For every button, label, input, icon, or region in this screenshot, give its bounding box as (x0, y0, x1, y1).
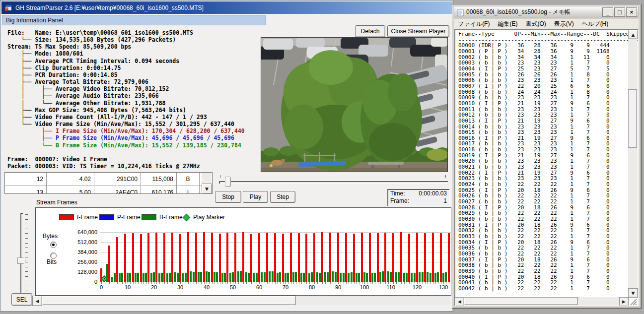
hscrollbar-thumb[interactable] (464, 297, 578, 305)
maximize-button[interactable]: □ (614, 7, 625, 17)
b-frame-bar (245, 272, 247, 282)
b-frame-bar (437, 272, 439, 282)
table-row[interactable]: 135.002AE4C0610,176I (5, 186, 202, 194)
b-frame-bar (127, 273, 129, 282)
app-icon (4, 4, 12, 12)
b-frame-bar (174, 272, 176, 282)
play-button[interactable]: Play (243, 191, 268, 203)
x-minor-tick (417, 282, 418, 284)
resize-grip[interactable] (630, 298, 638, 306)
table-cell: 12 (5, 173, 47, 186)
x-minor-tick (443, 282, 444, 284)
zoom-slider-thumb[interactable] (17, 257, 26, 264)
b-frame-bar (363, 272, 365, 282)
log-header-line: Frame--Type QP---Min---Max--Range---DC S… (458, 31, 639, 37)
notepad-hscrollbar[interactable]: ◀ ▶ (455, 297, 628, 306)
scroll-right-button[interactable]: ▶ (619, 297, 629, 306)
frame-table-scrollbar[interactable]: ▼ (202, 173, 212, 193)
scroll-down-button[interactable]: ▼ (202, 184, 212, 194)
b-frame-bar (129, 273, 131, 282)
menu-item[interactable]: 表示(V) (550, 20, 578, 28)
b-frame-bar (177, 273, 179, 282)
i-frame-bar (424, 233, 426, 282)
chart-scrollbar-thumb[interactable] (42, 296, 296, 305)
x-minor-tick (338, 282, 339, 284)
b-frame-bar (237, 271, 239, 282)
zoom-slider-tick (25, 238, 28, 239)
notepad-content[interactable]: Frame--Type QP---Min---Max--Range---DC S… (454, 29, 639, 306)
seek-slider-track[interactable] (219, 181, 448, 184)
chart-plot-area[interactable]: 0128,000256,000384,000512,000640,0000102… (36, 208, 451, 295)
b-frame-bar (403, 273, 405, 282)
b-frame-bar (253, 273, 255, 282)
y-axis-label: 0 (66, 279, 97, 285)
menu-item[interactable]: 編集(E) (494, 20, 521, 28)
scroll-left-button[interactable]: ◀ (455, 297, 464, 306)
info-line: Frame: 000007: Video I Frame (7, 156, 259, 163)
b-frame-bar (277, 273, 279, 282)
b-frame-bar (114, 273, 116, 282)
stream-frames-chart[interactable]: I-FrameP-FrameB-FramePlay Marker Bytes B… (35, 207, 451, 296)
table-row[interactable]: 124.02291C00115,008B (5, 173, 202, 186)
table-cell: 4.02 (47, 173, 94, 186)
i-frame-bar (108, 246, 110, 282)
x-minor-tick (433, 282, 433, 284)
menu-item[interactable]: ファイル(F) (454, 20, 494, 28)
table-cell: 291C00 (94, 173, 141, 186)
zoom-slider-track[interactable] (20, 213, 23, 293)
vscrollbar-thumb[interactable] (628, 89, 637, 148)
b-frame-bar (285, 273, 286, 282)
x-minor-tick (120, 282, 120, 284)
sel-button[interactable]: SEL (11, 293, 32, 306)
detach-button[interactable]: Detach (355, 25, 385, 37)
x-minor-tick (178, 282, 178, 284)
close-button[interactable]: × (626, 7, 637, 17)
x-axis-label: 130 (436, 284, 451, 290)
i-frame-bar (369, 233, 371, 282)
frame-table[interactable]: 124.02291C00115,008B135.002AE4C0610,176I… (4, 172, 213, 194)
main-titlebar[interactable]: GH StreamParser 2.6 [E:¥user¥temp¥00068_… (1, 1, 452, 14)
x-minor-tick (265, 282, 265, 284)
x-minor-tick (128, 282, 128, 284)
i-frame-bar (290, 233, 292, 282)
minimize-button[interactable]: _ (602, 7, 613, 17)
x-minor-tick (251, 282, 252, 284)
stop-button[interactable]: Stop (215, 191, 241, 203)
i-frame-bar (211, 233, 213, 282)
step-button[interactable]: Step (270, 191, 295, 203)
b-frame-bar (153, 272, 155, 282)
scroll-down-button[interactable]: ▼ (628, 288, 638, 298)
notepad-titlebar[interactable]: 00068_60i_iso1600_ss500.log - メモ帳 _ □ × (454, 6, 639, 18)
b-frame-bar (324, 272, 326, 282)
menu-item[interactable]: 書式(O) (521, 20, 550, 28)
i-frame-bar (337, 233, 339, 282)
x-minor-tick (241, 282, 241, 284)
x-minor-tick (278, 282, 278, 284)
i-frame-bar (155, 233, 157, 282)
x-minor-tick (222, 282, 223, 284)
b-frame-bar (414, 273, 416, 282)
seek-slider-thumb[interactable] (225, 177, 231, 187)
notepad-vscrollbar[interactable]: ▲ ▼ (628, 30, 638, 297)
table-cell: 115,008 (141, 173, 177, 186)
x-minor-tick (283, 282, 284, 284)
x-minor-tick (194, 282, 194, 284)
log-row: 00033 ( b | b ) 22 22 22 1 7 0 (458, 234, 639, 240)
x-minor-tick (186, 282, 186, 284)
menu-item[interactable]: ヘルプ(H) (578, 20, 613, 28)
info-line: └── B Frame Size (Min/Ave/Max): 15,552 /… (7, 142, 259, 149)
x-minor-tick (170, 282, 170, 284)
x-minor-tick (249, 282, 249, 284)
x-minor-tick (209, 282, 210, 284)
x-minor-tick (317, 282, 318, 284)
x-minor-tick (107, 282, 107, 284)
x-minor-tick (130, 282, 131, 284)
x-minor-tick (115, 282, 115, 284)
i-frame-bar (258, 233, 260, 282)
close-stream-player-button[interactable]: Close Stream Player (387, 25, 449, 37)
x-minor-tick (428, 282, 428, 284)
frame-label: Frame: (390, 197, 409, 204)
scroll-up-button[interactable]: ▲ (628, 30, 638, 39)
chart-scrollbar[interactable]: ◀ (32, 296, 450, 305)
scroll-left-button[interactable]: ◀ (32, 296, 42, 306)
